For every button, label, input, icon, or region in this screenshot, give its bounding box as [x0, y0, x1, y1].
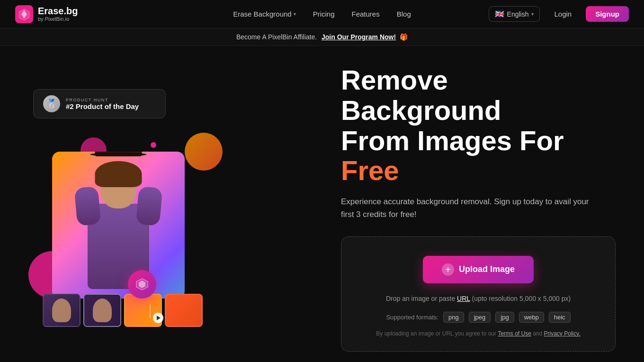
chevron-down-icon: ▾	[531, 11, 534, 17]
hero-description: Experience accurate background removal. …	[341, 195, 597, 221]
nav-item-features[interactable]: Features	[345, 6, 386, 22]
erase-circle-overlay	[128, 270, 156, 299]
affiliate-banner: Become A PixelBin Affiliate. Join Our Pr…	[0, 28, 644, 46]
nav-item-pricing[interactable]: Pricing	[306, 6, 341, 22]
hero-left: 🥈 PRODUCT HUNT #2 Product of the Day	[19, 89, 246, 327]
ph-title: #2 Product of the Day	[66, 102, 139, 110]
play-btn-inner	[153, 313, 163, 323]
progress-line	[150, 304, 151, 318]
logo-icon	[15, 5, 33, 23]
nav-item-erase-background[interactable]: Erase Background ▾	[226, 6, 302, 22]
affiliate-cta[interactable]: Join Our Program Now!	[322, 33, 396, 41]
image-showcase	[24, 128, 242, 327]
terms-prefix: By uploading an image or URL you agree t…	[376, 330, 498, 337]
language-selector[interactable]: 🇬🇧 English ▾	[489, 6, 540, 22]
format-jpeg: jpeg	[469, 312, 491, 323]
plus-icon: +	[442, 263, 454, 276]
url-link[interactable]: URL	[457, 295, 470, 302]
signup-button[interactable]: Signup	[586, 6, 629, 22]
ph-text: PRODUCT HUNT #2 Product of the Day	[66, 98, 139, 110]
format-webp: webp	[519, 312, 544, 323]
logo-main: Erase.bg	[38, 6, 78, 16]
ph-label: PRODUCT HUNT	[66, 98, 139, 102]
hero-right: Remove Background From Images For Free E…	[322, 65, 616, 352]
format-heic: heic	[549, 312, 571, 323]
erase-logo-inner	[134, 277, 150, 292]
product-hunt-badge: 🥈 PRODUCT HUNT #2 Product of the Day	[33, 89, 166, 118]
play-button[interactable]	[153, 313, 163, 323]
logo-sub: by PixelBin.io	[38, 16, 78, 22]
hero-title-line1: Remove Background	[341, 64, 501, 126]
logo-text: Erase.bg by PixelBin.io	[38, 6, 78, 22]
hero-title: Remove Background From Images For Free	[341, 65, 616, 186]
terms-of-use-link[interactable]: Terms of Use	[498, 330, 531, 337]
nav-item-blog[interactable]: Blog	[390, 6, 418, 22]
affiliate-text: Become A PixelBin Affiliate.	[236, 33, 317, 41]
upload-image-button[interactable]: + Upload Image	[423, 256, 534, 283]
thumbnail-2-selected	[83, 294, 121, 327]
formats-label: Supported formats:	[386, 314, 438, 321]
medal-icon: 🥈	[43, 95, 60, 112]
navbar: Erase.bg by PixelBin.io Erase Background…	[0, 0, 644, 28]
deco-circle-orange	[185, 133, 223, 171]
thumbnail-4	[165, 294, 203, 327]
language-label: English	[507, 10, 529, 18]
nav-links: Erase Background ▾ Pricing Features Blog	[226, 6, 418, 22]
terms-text: By uploading an image or URL you agree t…	[356, 330, 601, 337]
upload-button-label: Upload Image	[459, 264, 515, 274]
format-png: png	[443, 312, 464, 323]
deco-dot	[151, 142, 156, 148]
play-triangle-icon	[157, 316, 161, 320]
terms-and: and	[531, 330, 544, 337]
logo[interactable]: Erase.bg by PixelBin.io	[15, 5, 78, 23]
upload-area: + Upload Image Drop an image or paste UR…	[341, 236, 616, 352]
nav-right: 🇬🇧 English ▾ Login Signup	[489, 6, 629, 22]
chevron-down-icon: ▾	[294, 11, 296, 17]
main-photo-card	[52, 152, 185, 299]
format-jpg: jpg	[495, 312, 514, 323]
hero-section: 🥈 PRODUCT HUNT #2 Product of the Day	[0, 46, 644, 362]
flag-icon: 🇬🇧	[495, 9, 504, 18]
drop-text: Drop an image or paste URL (upto resolut…	[356, 295, 601, 302]
formats-row: Supported formats: png jpeg jpg webp hei…	[356, 312, 601, 323]
thumbnail-strip	[43, 294, 203, 327]
hero-title-free: Free	[341, 155, 399, 186]
drop-text-suffix: (upto resolution 5,000 x 5,000 px)	[470, 295, 571, 302]
hero-title-line2-prefix: From Images For	[341, 125, 564, 156]
drop-text-prefix: Drop an image or paste	[386, 295, 457, 302]
gift-icon: 🎁	[400, 33, 408, 41]
privacy-policy-link[interactable]: Privacy Policy.	[544, 330, 581, 337]
thumbnail-1	[43, 294, 80, 327]
login-button[interactable]: Login	[546, 6, 580, 22]
